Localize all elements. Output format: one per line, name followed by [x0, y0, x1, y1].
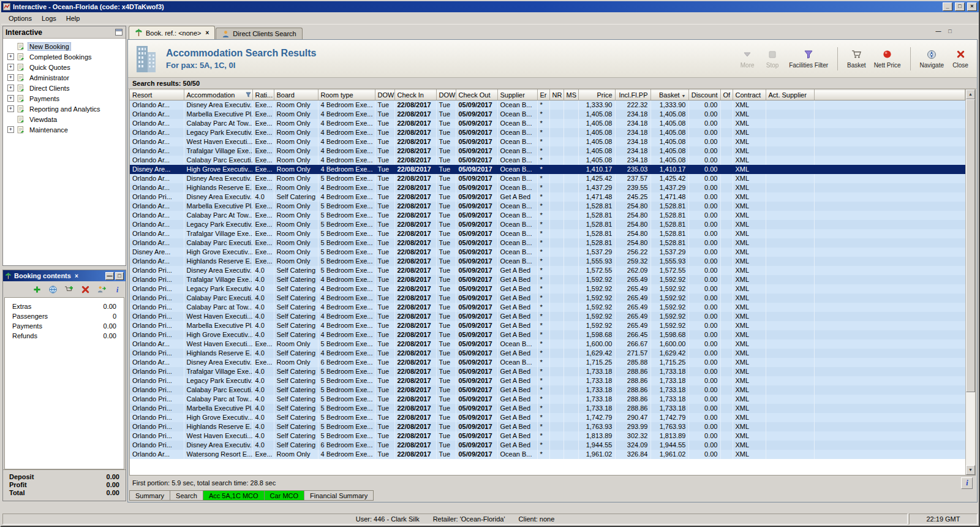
result-row[interactable]: Orlando Pri...West Haven Executi...4.0Se… — [130, 312, 965, 321]
sidebar-item-completed-bookings[interactable]: +Completed Bookings — [3, 51, 126, 62]
menu-help[interactable]: Help — [61, 13, 85, 23]
result-row[interactable]: Orlando Ar...West Haven Executi...Exe...… — [130, 339, 965, 349]
mdi-restore-button[interactable]: □ — [946, 28, 954, 36]
result-row[interactable]: Orlando Pri...Trafalgar Village Exe...4.… — [130, 367, 965, 376]
menu-options[interactable]: Options — [4, 13, 37, 23]
result-row[interactable]: Orlando Pri...Calabay Parc at Tow...4.0S… — [130, 303, 965, 312]
add-to-basket-icon[interactable] — [64, 284, 74, 295]
result-row[interactable]: Orlando Pri...Calabay Parc Executi...4.0… — [130, 294, 965, 303]
bottom-tab-summary[interactable]: Summary — [129, 490, 170, 501]
column-header-3-board[interactable]: Board — [274, 90, 318, 100]
sidebar-item-administrator[interactable]: +Administrator — [3, 72, 126, 83]
result-row[interactable]: Orlando Pri...Marbella Executive Pl...4.… — [130, 404, 965, 413]
result-row[interactable]: Orlando Pri...Disney Area Executiv...4.0… — [130, 192, 965, 202]
tab-close-icon[interactable]: × — [206, 29, 209, 36]
result-row[interactable]: Orlando Ar...Calabay Parc At Tow...Exe..… — [130, 119, 965, 128]
result-row[interactable]: Orlando Ar...Calabay Parc Executi...Exe.… — [130, 238, 965, 248]
result-row[interactable]: Orlando Pri...High Grove Executiv...4.0S… — [130, 330, 965, 339]
table-scrollbar[interactable]: ▲ ▼ — [965, 89, 975, 475]
result-row[interactable]: Orlando Ar...Marbella Executive Pl...Exe… — [130, 110, 965, 119]
scroll-thumb[interactable] — [966, 99, 975, 392]
sidebar-item-reporting-and-analytics[interactable]: +Reporting and Analytics — [3, 104, 126, 114]
sidebar-item-direct-clients[interactable]: +Direct Clients — [3, 83, 126, 93]
result-row[interactable]: Orlando Ar...Highlands Reserve E...Exe..… — [130, 183, 965, 192]
result-row[interactable]: Orlando Pri...Legacy Park Executiv...4.0… — [130, 284, 965, 294]
column-header-2-rati[interactable]: Rati... — [252, 90, 274, 100]
result-row[interactable]: Orlando Ar...Legacy Park Executiv...Exe.… — [130, 128, 965, 137]
column-header-18-contract[interactable]: Contract — [733, 90, 766, 100]
result-row[interactable]: Disney Are...High Grove Executiv...Exe..… — [130, 165, 965, 174]
maximize-button[interactable]: □ — [955, 2, 965, 11]
info-button[interactable]: i — [961, 477, 973, 489]
sidebar-item-viewdata[interactable]: +Viewdata — [3, 114, 126, 124]
menu-logs[interactable]: Logs — [37, 13, 61, 23]
result-row[interactable]: Orlando Pri...Marbella Executive Pl...4.… — [130, 321, 965, 330]
search-globe-icon[interactable] — [48, 284, 58, 295]
result-row[interactable]: Orlando Ar...Calabay Parc At Tow...Exe..… — [130, 211, 965, 220]
result-row[interactable]: Orlando Pri...Trafalgar Village Exe...4.… — [130, 275, 965, 284]
info-icon[interactable]: i — [113, 284, 122, 295]
result-row[interactable]: Orlando Pri...West Haven Executi...4.0Se… — [130, 431, 965, 441]
expand-icon[interactable]: + — [7, 64, 14, 70]
result-row[interactable]: Orlando Ar...Legacy Park Executiv...Exe.… — [130, 220, 965, 229]
sidebar-item-quick-quotes[interactable]: +Quick Quotes — [3, 62, 126, 72]
bottom-tab-financial-summary[interactable]: Financial Summary — [304, 490, 374, 501]
column-header-8-check-out[interactable]: Check Out — [456, 90, 497, 100]
add-icon[interactable] — [32, 284, 42, 295]
result-row[interactable]: Orlando Ar...Disney Area Executiv...Exe.… — [130, 174, 965, 183]
result-row[interactable]: Orlando Pri...Disney Area Executiv...4.0… — [130, 441, 965, 450]
expand-icon[interactable]: + — [7, 95, 14, 102]
column-header-6-check-in[interactable]: Check In — [394, 90, 436, 100]
column-header-11-nr[interactable]: NR — [549, 90, 564, 100]
bottom-tab-search[interactable]: Search — [170, 490, 203, 501]
expand-icon[interactable]: + — [7, 105, 14, 112]
column-header-0-resort[interactable]: Resort — [130, 90, 184, 100]
column-header-12-ms[interactable]: MS — [564, 90, 578, 100]
result-row[interactable]: Orlando Ar...West Haven Executi...Exe...… — [130, 137, 965, 146]
column-header-1-accommodation[interactable]: Accommodation — [184, 90, 252, 100]
booking-contents-minimize-button[interactable]: — — [105, 272, 114, 280]
expand-icon[interactable]: + — [7, 126, 14, 133]
facilities-filter-button[interactable]: Facilities Filter — [787, 48, 830, 70]
result-row[interactable]: Orlando Ar...Marbella Executive Pl...Exe… — [130, 202, 965, 211]
bottom-tab-acc-5a-1c-mco[interactable]: Acc 5A,1C MCO — [203, 490, 265, 501]
result-row[interactable]: Orlando Ar...Highlands Reserve E...Exe..… — [130, 257, 965, 266]
close-button[interactable]: Close — [950, 48, 971, 70]
column-header-15-basket[interactable]: Basket▼ — [650, 90, 688, 100]
expand-icon[interactable]: + — [7, 85, 14, 91]
expand-icon[interactable]: + — [7, 53, 14, 60]
booking-contents-close-icon[interactable]: × — [74, 273, 80, 279]
basket-button[interactable]: Basket — [845, 48, 868, 70]
result-row[interactable]: Orlando Ar...Calabay Parc Executi...Exe.… — [130, 156, 965, 165]
delete-icon[interactable] — [81, 284, 90, 295]
passenger-export-icon[interactable] — [97, 284, 106, 295]
sidebar-item-payments[interactable]: +Payments — [3, 93, 126, 104]
mdi-minimize-button[interactable]: — — [934, 28, 943, 36]
column-header-16-discount[interactable]: Discount — [688, 90, 720, 100]
result-row[interactable]: Orlando Ar...Disney Area Executiv...Exe.… — [130, 358, 965, 367]
scroll-track[interactable] — [966, 392, 975, 465]
scroll-down-icon[interactable]: ▼ — [966, 465, 975, 475]
column-header-9-supplier[interactable]: Supplier — [497, 90, 537, 100]
sidebar-item-maintenance[interactable]: +Maintenance — [3, 124, 126, 135]
column-header-5-dow[interactable]: DOW — [375, 90, 394, 100]
result-row[interactable]: Orlando Pri...Calabay Parc at Tow...4.0S… — [130, 395, 965, 404]
result-row[interactable]: Orlando Ar...Trafalgar Village Exe...Exe… — [130, 146, 965, 156]
sidebar-item-new-booking[interactable]: +New Booking — [3, 41, 126, 51]
close-button[interactable]: × — [967, 2, 977, 11]
result-row[interactable]: Orlando Pri...Highlands Reserve E...4.0S… — [130, 349, 965, 358]
column-header-10-er[interactable]: Er — [537, 90, 549, 100]
result-row[interactable]: Disney Are...High Grove Executiv...Exe..… — [130, 248, 965, 257]
booking-contents-maximize-button[interactable]: □ — [115, 272, 124, 280]
result-row[interactable]: Orlando Pri...Legacy Park Executiv...4.0… — [130, 376, 965, 385]
minimize-button[interactable]: _ — [943, 2, 952, 11]
column-header-13-price[interactable]: Price — [578, 90, 615, 100]
column-header-17-of[interactable]: Of — [720, 90, 733, 100]
nett-price-button[interactable]: Nett Price — [872, 48, 903, 70]
result-row[interactable]: Orlando Ar...Watersong Resort E...Exe...… — [130, 450, 965, 459]
result-row[interactable]: Orlando Pri...Highlands Reserve E...4.0S… — [130, 422, 965, 431]
column-header-14-incl-fl-pp[interactable]: Incl.Fl.PP — [615, 90, 650, 100]
tab-direct-clients-search[interactable]: Direct Clients Search — [216, 28, 302, 39]
column-header-19-act-supplier[interactable]: Act. Supplier — [766, 90, 814, 100]
expand-icon[interactable]: + — [7, 74, 14, 81]
